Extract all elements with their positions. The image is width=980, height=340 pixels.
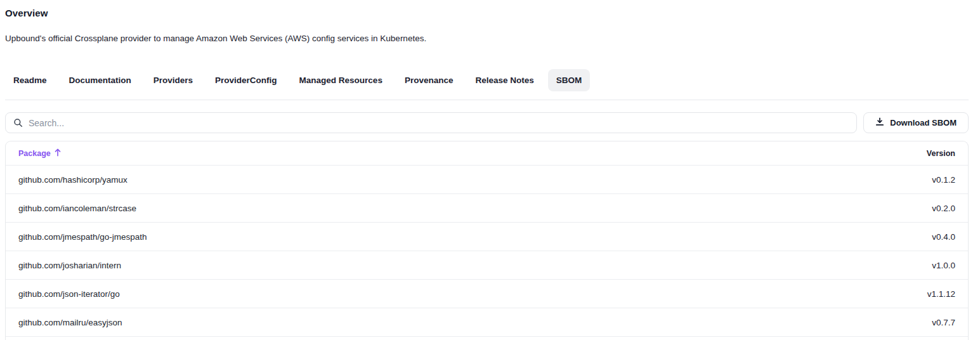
package-cell: github.com/mailru/easyjson bbox=[18, 318, 122, 327]
package-description: Upbound's official Crossplane provider t… bbox=[5, 34, 969, 43]
package-cell: github.com/hashicorp/yamux bbox=[18, 175, 127, 185]
column-header-package-label: Package bbox=[18, 149, 51, 158]
table-row: github.com/jmespath/go-jmespath v0.4.0 bbox=[6, 222, 968, 251]
table-row: github.com/mailru/easyjson v0.7.7 bbox=[6, 308, 968, 336]
search-icon bbox=[13, 118, 23, 128]
tab-documentation[interactable]: Documentation bbox=[61, 69, 140, 91]
version-cell: v0.7.7 bbox=[932, 318, 955, 327]
tab-sbom[interactable]: SBOM bbox=[548, 69, 591, 91]
table-header-row: Package Version bbox=[6, 141, 968, 165]
search-box[interactable] bbox=[5, 112, 857, 133]
table-row: github.com/iancoleman/strcase v0.2.0 bbox=[6, 193, 968, 222]
download-button-label: Download SBOM bbox=[890, 118, 957, 128]
table-row: github.com/json-iterator/go v1.1.12 bbox=[6, 279, 968, 308]
table-row: github.com/hashicorp/yamux v0.1.2 bbox=[6, 165, 968, 193]
table-row-partial bbox=[6, 336, 968, 340]
version-cell: v0.4.0 bbox=[932, 232, 955, 242]
tabs-divider bbox=[5, 100, 969, 100]
package-cell: github.com/json-iterator/go bbox=[18, 289, 120, 299]
search-input[interactable] bbox=[29, 118, 849, 128]
download-sbom-button[interactable]: Download SBOM bbox=[863, 112, 969, 133]
package-cell: github.com/jmespath/go-jmespath bbox=[18, 232, 147, 242]
column-header-package[interactable]: Package bbox=[18, 148, 62, 159]
sort-ascending-icon bbox=[54, 148, 62, 159]
tab-providers[interactable]: Providers bbox=[145, 69, 201, 91]
tab-providerconfig[interactable]: ProviderConfig bbox=[207, 69, 285, 91]
package-cell: github.com/josharian/intern bbox=[18, 261, 121, 270]
sbom-toolbar: Download SBOM bbox=[5, 112, 969, 133]
version-cell: v0.2.0 bbox=[932, 204, 955, 213]
column-header-version[interactable]: Version bbox=[927, 149, 955, 158]
tab-bar: Readme Documentation Providers ProviderC… bbox=[5, 69, 969, 91]
package-cell: github.com/iancoleman/strcase bbox=[18, 204, 136, 213]
version-cell: v1.0.0 bbox=[932, 261, 955, 270]
download-icon bbox=[875, 117, 884, 128]
table-row: github.com/josharian/intern v1.0.0 bbox=[6, 251, 968, 279]
sbom-table: Package Version github.com/hashicorp/yam… bbox=[5, 141, 969, 340]
tab-readme[interactable]: Readme bbox=[5, 69, 55, 91]
tab-managed-resources[interactable]: Managed Resources bbox=[291, 69, 391, 91]
version-cell: v1.1.12 bbox=[927, 289, 955, 299]
page-container: Overview Upbound's official Crossplane p… bbox=[5, 0, 969, 340]
version-cell: v0.1.2 bbox=[932, 175, 955, 185]
page-title: Overview bbox=[5, 0, 969, 18]
tab-provenance[interactable]: Provenance bbox=[396, 69, 462, 91]
tab-release-notes[interactable]: Release Notes bbox=[467, 69, 542, 91]
